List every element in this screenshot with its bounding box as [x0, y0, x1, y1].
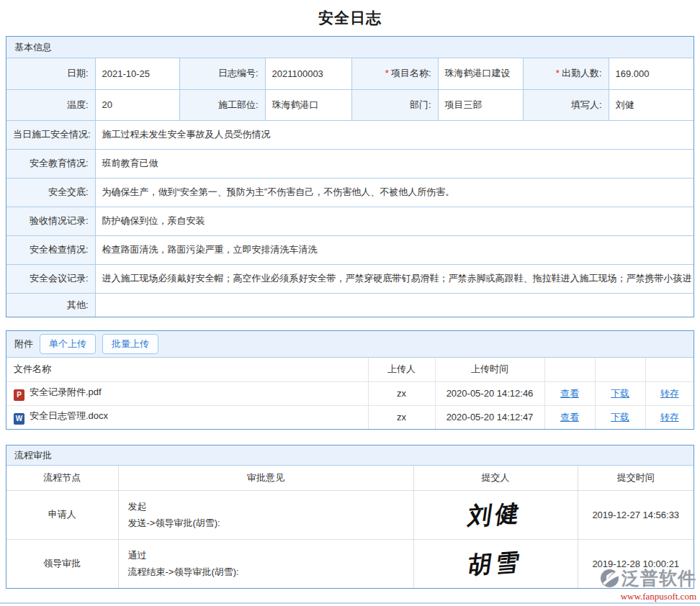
- submitter-header: 提交人: [413, 466, 578, 490]
- approval-opinion-header: 审批意见: [118, 466, 413, 490]
- attendance-label-text: 出勤人数:: [562, 68, 602, 78]
- brand-watermark: 泛普软件 www.fanpusoft.com: [600, 566, 696, 602]
- attachments-section: 附件 单个上传 批量上传 文件名称 上传人 上传时间 P安全记录附件.pdf z…: [6, 330, 694, 430]
- word-file-icon: W: [14, 413, 24, 425]
- uploader-cell: zx: [368, 405, 435, 429]
- single-upload-button[interactable]: 单个上传: [40, 334, 96, 354]
- safety-inspection-label: 安全检查情况:: [6, 235, 95, 264]
- attachments-table: 文件名称 上传人 上传时间 P安全记录附件.pdf zx 2020-05-20 …: [6, 358, 694, 429]
- view-link[interactable]: 查看: [560, 388, 579, 399]
- construction-part-label: 施工部位:: [179, 89, 265, 120]
- project-name-value: 珠海鹤港口建设: [438, 58, 523, 89]
- download-link[interactable]: 下载: [611, 388, 629, 399]
- log-number-label: 日志编号:: [179, 58, 265, 89]
- writer-value: 刘健: [609, 89, 694, 120]
- log-number-value: 2021100003: [265, 58, 351, 89]
- uploader-header: 上传人: [368, 358, 435, 381]
- project-name-label-text: 项目名称:: [391, 68, 431, 78]
- safety-inspection-value: 检查路面清洗，路面污染严重，立即安排清洗车清洗: [95, 235, 694, 264]
- action-col-header: [595, 358, 645, 381]
- daily-safety-label: 当日施工安全情况:: [6, 120, 95, 149]
- opinion-line: 发起: [128, 498, 404, 515]
- date-value: 2021-10-25: [95, 58, 179, 89]
- signature-image: 胡雪: [466, 546, 525, 582]
- temperature-label: 温度:: [6, 89, 95, 120]
- safety-education-label: 安全教育情况:: [6, 149, 95, 178]
- department-value: 项目三部: [438, 89, 523, 120]
- flow-node-cell: 领导审批: [6, 539, 118, 588]
- table-row: P安全记录附件.pdf zx 2020-05-20 14:12:46 查看 下载…: [6, 381, 694, 405]
- file-name-header: 文件名称: [6, 358, 368, 381]
- required-marker: *: [556, 68, 560, 78]
- table-row: 安全检查情况: 检查路面清洗，路面污染严重，立即安排清洗车清洗: [6, 235, 694, 264]
- flow-node-cell: 申请人: [6, 490, 118, 539]
- attachments-section-title: 附件: [14, 338, 33, 351]
- attendance-label: *出勤人数:: [523, 58, 609, 89]
- table-header-row: 文件名称 上传人 上传时间: [6, 358, 694, 381]
- brand-name: 泛普软件: [622, 566, 696, 590]
- project-name-label: *项目名称:: [351, 58, 438, 89]
- table-row: 当日施工安全情况: 施工过程未发生安全事故及人员受伤情况: [6, 120, 694, 149]
- basic-info-table: 日期: 2021-10-25 日志编号: 2021100003 *项目名称: 珠…: [6, 58, 694, 317]
- table-row: 日期: 2021-10-25 日志编号: 2021100003 *项目名称: 珠…: [6, 58, 694, 89]
- fanpu-logo-icon: [600, 569, 619, 588]
- file-name: 安全记录附件.pdf: [30, 386, 102, 397]
- table-row: 验收情况记录: 防护确保到位，亲自安装: [6, 207, 694, 235]
- table-row: 领导审批 通过 流程结束->领导审批(胡雪): 胡雪 2019-12-28 10…: [6, 539, 694, 588]
- writer-label: 填写人:: [523, 89, 609, 120]
- acceptance-record-value: 防护确保到位，亲自安装: [95, 207, 694, 235]
- opinion-line: 发送->领导审批(胡雪):: [128, 515, 404, 531]
- required-marker: *: [385, 68, 389, 78]
- action-col-header: [645, 358, 694, 381]
- save-as-link[interactable]: 转存: [660, 388, 679, 399]
- date-label: 日期:: [6, 58, 95, 89]
- flow-node-header: 流程节点: [6, 466, 118, 490]
- acceptance-record-label: 验收情况记录:: [6, 207, 95, 235]
- table-header-row: 流程节点 审批意见 提交人 提交时间: [6, 466, 694, 490]
- temperature-value: 20: [95, 89, 179, 120]
- approval-opinion-cell: 发起 发送->领导审批(胡雪):: [118, 490, 413, 539]
- submit-time-header: 提交时间: [578, 466, 694, 490]
- table-row: W安全日志管理.docx zx 2020-05-20 14:12:47 查看 下…: [6, 405, 694, 429]
- save-as-link[interactable]: 转存: [660, 412, 679, 422]
- basic-info-section: 基本信息 日期: 2021-10-25 日志编号: 2021100003 *项目…: [6, 36, 694, 317]
- table-row: 安全教育情况: 班前教育已做: [6, 149, 694, 178]
- approval-opinion-cell: 通过 流程结束->领导审批(胡雪):: [118, 539, 413, 588]
- view-link[interactable]: 查看: [560, 412, 579, 422]
- file-name-cell: P安全记录附件.pdf: [6, 381, 368, 405]
- page-title: 安全日志: [0, 0, 700, 36]
- table-row: 安全会议记录: 进入施工现场必须戴好安全帽；高空作业必须系好安全带，严禁穿硬底带…: [6, 264, 694, 293]
- approval-table: 流程节点 审批意见 提交人 提交时间 申请人 发起 发送->领导审批(胡雪): …: [6, 466, 694, 588]
- brand-url: www.fanpusoft.com: [600, 591, 696, 602]
- submitter-signature-cell: 刘健: [413, 490, 578, 539]
- file-name: 安全日志管理.docx: [30, 410, 108, 421]
- upload-time-cell: 2020-05-20 14:12:46: [435, 381, 544, 405]
- page-bottom-divider: [0, 602, 700, 604]
- other-label: 其他:: [6, 293, 95, 317]
- opinion-line: 流程结束->领导审批(胡雪):: [128, 564, 404, 580]
- download-link[interactable]: 下载: [611, 412, 629, 422]
- submitter-signature-cell: 胡雪: [413, 539, 578, 588]
- uploader-cell: zx: [368, 381, 435, 405]
- approval-section: 流程审批 流程节点 审批意见 提交人 提交时间 申请人 发起 发送->领导审批(…: [6, 445, 694, 589]
- pdf-file-icon: P: [14, 389, 24, 401]
- safety-disclosure-label: 安全交底:: [6, 178, 95, 207]
- safety-meeting-value: 进入施工现场必须戴好安全帽；高空作业必须系好安全带，严禁穿硬底带钉易滑鞋；严禁赤…: [95, 264, 694, 293]
- upload-time-header: 上传时间: [435, 358, 544, 381]
- submit-time-cell: 2019-12-27 14:56:33: [578, 490, 694, 539]
- table-row: 申请人 发起 发送->领导审批(胡雪): 刘健 2019-12-27 14:56…: [6, 490, 694, 539]
- signature-image: 刘健: [466, 497, 525, 533]
- construction-part-value: 珠海鹤港口: [265, 89, 351, 120]
- batch-upload-button[interactable]: 批量上传: [102, 334, 158, 354]
- other-value: [95, 293, 694, 317]
- basic-info-section-title: 基本信息: [6, 37, 694, 58]
- opinion-line: 通过: [128, 547, 404, 564]
- table-row: 温度: 20 施工部位: 珠海鹤港口 部门: 项目三部 填写人: 刘健: [6, 89, 694, 120]
- department-label: 部门:: [351, 89, 438, 120]
- action-col-header: [544, 358, 595, 381]
- attendance-value: 169.000: [609, 58, 694, 89]
- approval-section-title: 流程审批: [6, 446, 694, 466]
- attachments-header: 附件 单个上传 批量上传: [6, 331, 694, 358]
- safety-education-value: 班前教育已做: [95, 149, 694, 178]
- upload-time-cell: 2020-05-20 14:12:47: [435, 405, 544, 429]
